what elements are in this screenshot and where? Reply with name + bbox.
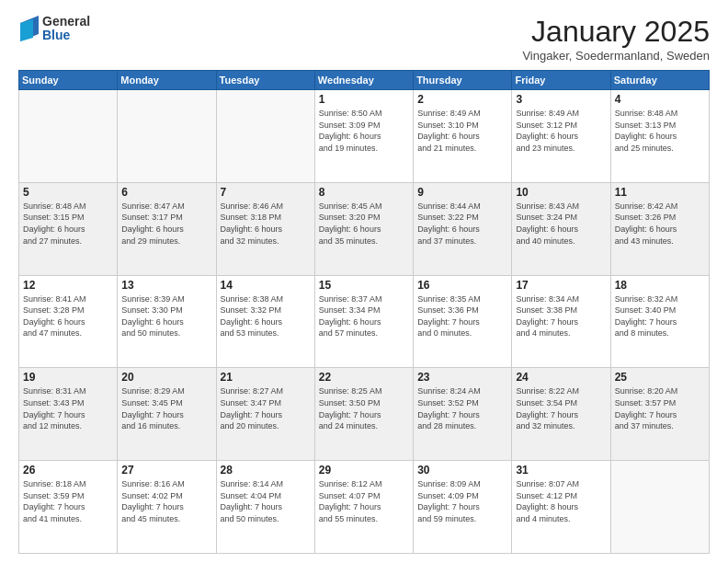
day-cell-w2-d4: 8Sunrise: 8:45 AM Sunset: 3:20 PM Daylig… xyxy=(314,182,413,275)
day-info: Sunrise: 8:49 AM Sunset: 3:12 PM Dayligh… xyxy=(516,108,606,154)
day-number: 5 xyxy=(23,186,113,199)
day-number: 28 xyxy=(221,464,311,477)
day-info: Sunrise: 8:38 AM Sunset: 3:32 PM Dayligh… xyxy=(221,293,311,339)
header-thursday: Thursday xyxy=(414,71,512,90)
day-cell-w4-d2: 20Sunrise: 8:29 AM Sunset: 3:45 PM Dayli… xyxy=(118,368,216,461)
day-cell-w3-d1: 12Sunrise: 8:41 AM Sunset: 3:28 PM Dayli… xyxy=(19,275,118,368)
day-number: 12 xyxy=(23,279,113,292)
day-cell-w1-d4: 1Sunrise: 8:50 AM Sunset: 3:09 PM Daylig… xyxy=(314,90,413,183)
day-info: Sunrise: 8:07 AM Sunset: 4:12 PM Dayligh… xyxy=(516,478,606,524)
day-number: 30 xyxy=(417,464,507,477)
day-cell-w2-d7: 11Sunrise: 8:42 AM Sunset: 3:26 PM Dayli… xyxy=(610,182,709,275)
day-cell-w2-d5: 9Sunrise: 8:44 AM Sunset: 3:22 PM Daylig… xyxy=(414,182,512,275)
header-tuesday: Tuesday xyxy=(216,71,314,90)
day-info: Sunrise: 8:16 AM Sunset: 4:02 PM Dayligh… xyxy=(121,478,211,524)
calendar-table: Sunday Monday Tuesday Wednesday Thursday… xyxy=(18,70,710,554)
day-number: 13 xyxy=(121,279,211,292)
day-number: 4 xyxy=(615,93,705,106)
day-cell-w4-d3: 21Sunrise: 8:27 AM Sunset: 3:47 PM Dayli… xyxy=(216,368,314,461)
day-number: 1 xyxy=(319,93,409,106)
day-info: Sunrise: 8:27 AM Sunset: 3:47 PM Dayligh… xyxy=(221,385,311,431)
day-cell-w5-d4: 29Sunrise: 8:12 AM Sunset: 4:07 PM Dayli… xyxy=(314,461,413,554)
day-info: Sunrise: 8:41 AM Sunset: 3:28 PM Dayligh… xyxy=(23,293,113,339)
day-cell-w5-d3: 28Sunrise: 8:14 AM Sunset: 4:04 PM Dayli… xyxy=(216,461,314,554)
logo-text: General Blue xyxy=(42,15,90,43)
day-cell-w2-d6: 10Sunrise: 8:43 AM Sunset: 3:24 PM Dayli… xyxy=(512,182,610,275)
day-number: 16 xyxy=(417,279,507,292)
header-sunday: Sunday xyxy=(19,71,118,90)
day-info: Sunrise: 8:22 AM Sunset: 3:54 PM Dayligh… xyxy=(516,385,606,431)
location: Vingaker, Soedermanland, Sweden xyxy=(522,49,710,63)
day-number: 8 xyxy=(319,186,409,199)
logo-general-text: General xyxy=(42,15,90,29)
day-cell-w1-d1 xyxy=(19,90,118,183)
day-number: 11 xyxy=(615,186,705,199)
day-cell-w5-d1: 26Sunrise: 8:18 AM Sunset: 3:59 PM Dayli… xyxy=(19,461,118,554)
header-saturday: Saturday xyxy=(610,71,709,90)
day-number: 9 xyxy=(417,186,507,199)
day-number: 29 xyxy=(319,464,409,477)
day-info: Sunrise: 8:45 AM Sunset: 3:20 PM Dayligh… xyxy=(319,201,409,247)
day-number: 2 xyxy=(417,93,507,106)
day-info: Sunrise: 8:49 AM Sunset: 3:10 PM Dayligh… xyxy=(417,108,507,154)
day-info: Sunrise: 8:34 AM Sunset: 3:38 PM Dayligh… xyxy=(516,293,606,339)
day-info: Sunrise: 8:18 AM Sunset: 3:59 PM Dayligh… xyxy=(23,478,113,524)
week-row-1: 1Sunrise: 8:50 AM Sunset: 3:09 PM Daylig… xyxy=(19,90,710,183)
month-title: January 2025 xyxy=(522,15,710,49)
day-info: Sunrise: 8:29 AM Sunset: 3:45 PM Dayligh… xyxy=(121,385,211,431)
day-cell-w3-d5: 16Sunrise: 8:35 AM Sunset: 3:36 PM Dayli… xyxy=(414,275,512,368)
day-number: 10 xyxy=(516,186,606,199)
day-info: Sunrise: 8:09 AM Sunset: 4:09 PM Dayligh… xyxy=(417,478,507,524)
header: General Blue January 2025 Vingaker, Soed… xyxy=(18,15,710,63)
calendar-body: 1Sunrise: 8:50 AM Sunset: 3:09 PM Daylig… xyxy=(19,90,710,554)
day-cell-w4-d7: 25Sunrise: 8:20 AM Sunset: 3:57 PM Dayli… xyxy=(610,368,709,461)
day-cell-w1-d7: 4Sunrise: 8:48 AM Sunset: 3:13 PM Daylig… xyxy=(610,90,709,183)
logo-icon xyxy=(20,16,39,41)
day-number: 17 xyxy=(516,279,606,292)
day-info: Sunrise: 8:31 AM Sunset: 3:43 PM Dayligh… xyxy=(23,385,113,431)
day-number: 7 xyxy=(221,186,311,199)
day-info: Sunrise: 8:43 AM Sunset: 3:24 PM Dayligh… xyxy=(516,201,606,247)
day-info: Sunrise: 8:32 AM Sunset: 3:40 PM Dayligh… xyxy=(615,293,705,339)
day-cell-w4-d1: 19Sunrise: 8:31 AM Sunset: 3:43 PM Dayli… xyxy=(19,368,118,461)
day-number: 21 xyxy=(221,371,311,384)
day-cell-w4-d6: 24Sunrise: 8:22 AM Sunset: 3:54 PM Dayli… xyxy=(512,368,610,461)
day-info: Sunrise: 8:42 AM Sunset: 3:26 PM Dayligh… xyxy=(615,201,705,247)
day-cell-w2-d2: 6Sunrise: 8:47 AM Sunset: 3:17 PM Daylig… xyxy=(118,182,216,275)
day-number: 14 xyxy=(221,279,311,292)
day-cell-w1-d6: 3Sunrise: 8:49 AM Sunset: 3:12 PM Daylig… xyxy=(512,90,610,183)
week-row-3: 12Sunrise: 8:41 AM Sunset: 3:28 PM Dayli… xyxy=(19,275,710,368)
day-info: Sunrise: 8:24 AM Sunset: 3:52 PM Dayligh… xyxy=(417,385,507,431)
day-info: Sunrise: 8:14 AM Sunset: 4:04 PM Dayligh… xyxy=(221,478,311,524)
day-cell-w3-d6: 17Sunrise: 8:34 AM Sunset: 3:38 PM Dayli… xyxy=(512,275,610,368)
day-info: Sunrise: 8:37 AM Sunset: 3:34 PM Dayligh… xyxy=(319,293,409,339)
day-number: 23 xyxy=(417,371,507,384)
day-info: Sunrise: 8:47 AM Sunset: 3:17 PM Dayligh… xyxy=(121,201,211,247)
day-cell-w3-d7: 18Sunrise: 8:32 AM Sunset: 3:40 PM Dayli… xyxy=(610,275,709,368)
day-info: Sunrise: 8:48 AM Sunset: 3:13 PM Dayligh… xyxy=(615,108,705,154)
week-row-4: 19Sunrise: 8:31 AM Sunset: 3:43 PM Dayli… xyxy=(19,368,710,461)
day-number: 27 xyxy=(121,464,211,477)
weekday-header-row: Sunday Monday Tuesday Wednesday Thursday… xyxy=(19,71,710,90)
day-number: 24 xyxy=(516,371,606,384)
day-number: 22 xyxy=(319,371,409,384)
day-cell-w5-d2: 27Sunrise: 8:16 AM Sunset: 4:02 PM Dayli… xyxy=(118,461,216,554)
day-cell-w2-d3: 7Sunrise: 8:46 AM Sunset: 3:18 PM Daylig… xyxy=(216,182,314,275)
header-wednesday: Wednesday xyxy=(314,71,413,90)
day-cell-w4-d4: 22Sunrise: 8:25 AM Sunset: 3:50 PM Dayli… xyxy=(314,368,413,461)
day-cell-w2-d1: 5Sunrise: 8:48 AM Sunset: 3:15 PM Daylig… xyxy=(19,182,118,275)
logo-blue-text: Blue xyxy=(42,29,90,42)
day-cell-w3-d2: 13Sunrise: 8:39 AM Sunset: 3:30 PM Dayli… xyxy=(118,275,216,368)
page: General Blue January 2025 Vingaker, Soed… xyxy=(0,0,728,563)
day-number: 19 xyxy=(23,371,113,384)
svg-marker-1 xyxy=(20,19,33,41)
day-number: 25 xyxy=(615,371,705,384)
day-info: Sunrise: 8:50 AM Sunset: 3:09 PM Dayligh… xyxy=(319,108,409,154)
title-section: January 2025 Vingaker, Soedermanland, Sw… xyxy=(522,15,710,63)
day-cell-w5-d6: 31Sunrise: 8:07 AM Sunset: 4:12 PM Dayli… xyxy=(512,461,610,554)
day-cell-w1-d3 xyxy=(216,90,314,183)
week-row-2: 5Sunrise: 8:48 AM Sunset: 3:15 PM Daylig… xyxy=(19,182,710,275)
week-row-5: 26Sunrise: 8:18 AM Sunset: 3:59 PM Dayli… xyxy=(19,461,710,554)
header-monday: Monday xyxy=(118,71,216,90)
day-info: Sunrise: 8:35 AM Sunset: 3:36 PM Dayligh… xyxy=(417,293,507,339)
